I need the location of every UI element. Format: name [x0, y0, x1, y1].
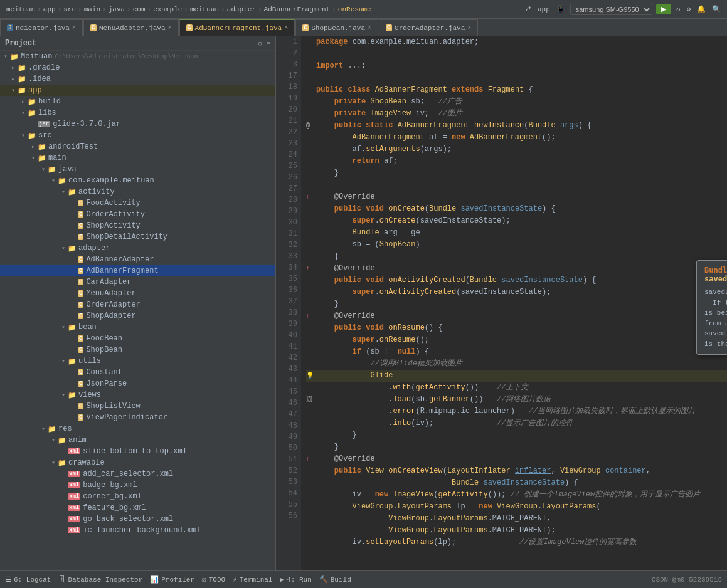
- sidebar-item-src[interactable]: ▾ 📁 src: [0, 130, 275, 141]
- tab-icon-shopbean: C: [302, 24, 309, 31]
- sidebar-item-caradapter[interactable]: C CarAdapter: [0, 276, 275, 288]
- sidebar-item-iclauncher[interactable]: xml ic_launcher_background.xml: [0, 525, 275, 536]
- sidebar-item-constant[interactable]: C Constant: [0, 367, 275, 378]
- notification-icon[interactable]: 🔔: [697, 5, 706, 13]
- sidebar-item-res[interactable]: ▾ 📁 res: [0, 423, 275, 434]
- sidebar-item-adapter[interactable]: ▾ 📁 adapter: [0, 243, 275, 254]
- tab-indicator[interactable]: J ndicator.java ×: [0, 19, 83, 36]
- bottom-build[interactable]: 🔨 Build: [319, 575, 351, 584]
- db-inspector-icon: 🗄: [58, 575, 65, 584]
- tree-root[interactable]: ▾ 📁 Meituan C:\Users\Administrator\Deskt…: [0, 51, 275, 62]
- idea-label: .idea: [28, 75, 51, 83]
- shopactivity-label: ShopActivity: [86, 221, 140, 230]
- sidebar-item-goback[interactable]: xml go_back_selector.xml: [0, 513, 275, 525]
- crumb-main[interactable]: main: [84, 6, 100, 13]
- crumb-meituan2[interactable]: meituan: [190, 6, 219, 13]
- sidebar-item-bean[interactable]: ▾ 📁 bean: [0, 322, 275, 333]
- bottom-terminal[interactable]: ⚡ Terminal: [233, 575, 272, 584]
- sidebar-item-androidtest[interactable]: ▸ 📁 androidTest: [0, 141, 275, 152]
- sidebar-item-java[interactable]: ▾ 📁 java: [0, 164, 275, 175]
- bottom-run[interactable]: ▶ 4: Run: [280, 575, 312, 584]
- sidebar-item-adbanner-adapter[interactable]: C AdBannerAdapter: [0, 254, 275, 265]
- sidebar-item-badgebg[interactable]: xml badge_bg.xml: [0, 480, 275, 491]
- sidebar-item-adbannerfragment[interactable]: C AdBannerFragment: [0, 265, 275, 276]
- crumb-app[interactable]: app: [43, 6, 56, 13]
- device-select[interactable]: samsung SM-G9550: [570, 4, 652, 15]
- sidebar-item-gradle[interactable]: ▸ 📁 .gradle: [0, 62, 275, 73]
- bottom-db-inspector[interactable]: 🗄 Database Inspector: [58, 575, 142, 584]
- sidebar-item-utils[interactable]: ▾ 📁 utils: [0, 355, 275, 367]
- code-area[interactable]: 1 2 3 17 18 19 20 21 22 23 24 25 26 27 2…: [276, 36, 727, 570]
- tab-icon-menuadapter: C: [90, 24, 97, 31]
- ln-48: 48: [276, 420, 301, 431]
- res-folder-icon: 📁: [48, 425, 56, 433]
- todo-icon: ☑: [202, 575, 206, 584]
- activity-folder-icon: 📁: [68, 188, 77, 196]
- crumb-src[interactable]: src: [63, 6, 76, 13]
- sidebar-item-shopbean[interactable]: C ShopBean: [0, 344, 275, 355]
- sidebar-item-drawable[interactable]: ▾ 📁 drawable: [0, 457, 275, 468]
- crumb-java[interactable]: java: [109, 6, 125, 13]
- bottom-profiler[interactable]: 📊 Profiler: [150, 575, 194, 584]
- sidebar-item-cornerbg[interactable]: xml corner_bg.xml: [0, 491, 275, 502]
- sidebar-item-libs[interactable]: ▾ 📁 libs: [0, 107, 275, 118]
- tab-menuadapter[interactable]: C MenuAdapter.java ×: [83, 19, 179, 36]
- activity-arrow: ▾: [60, 188, 66, 196]
- sidebar-item-viewpagerindicator[interactable]: C ViewPagerIndicator: [0, 412, 275, 423]
- crumb-onresume[interactable]: onResume: [338, 6, 371, 13]
- ln-3: 3: [276, 59, 301, 70]
- gutter-22: [306, 132, 316, 144]
- sidebar-item-menuadapter[interactable]: C MenuAdapter: [0, 288, 275, 299]
- run-button[interactable]: ▶: [656, 4, 671, 14]
- sidebar-item-glide[interactable]: jar glide-3.7.0.jar: [0, 118, 275, 130]
- sidebar-item-shopdetailactivity[interactable]: C ShopDetailActivity: [0, 231, 275, 243]
- sync-icon[interactable]: ↻: [676, 5, 681, 13]
- sidebar-item-foodbean[interactable]: C FoodBean: [0, 333, 275, 344]
- sidebar-item-shopadapter[interactable]: C ShopAdapter: [0, 310, 275, 322]
- code-line-1: package com.example.meituan.adapter;: [306, 36, 727, 48]
- bottom-todo[interactable]: ☑ TODO: [202, 575, 225, 584]
- crumb-adbanner[interactable]: AdBannerFragment: [264, 6, 331, 13]
- tab-label-indicator: ndicator.java: [16, 24, 70, 32]
- sidebar-item-orderactivity[interactable]: C OrderActivity: [0, 209, 275, 220]
- sidebar-item-com[interactable]: ▾ 📁 com.example.meituan: [0, 175, 275, 186]
- crumb-adapter[interactable]: adapter: [227, 6, 256, 13]
- java-label: java: [58, 165, 77, 174]
- sidebar-item-main[interactable]: ▾ 📁 main: [0, 152, 275, 164]
- code-line-46: .into(iv); //显示广告图片的控件: [306, 417, 727, 429]
- sidebar-item-jsonparse[interactable]: C JsonParse: [0, 378, 275, 389]
- crumb-example[interactable]: example: [153, 6, 182, 13]
- caradapter-icon: C: [78, 279, 83, 285]
- sidebar-item-shoplistview[interactable]: C ShopListView: [0, 401, 275, 412]
- tab-close-menuadapter[interactable]: ×: [168, 24, 172, 31]
- tab-close-adbannerfragment[interactable]: ×: [284, 24, 288, 31]
- sidebar-item-views[interactable]: ▾ 📁 views: [0, 389, 275, 401]
- sidebar-item-build[interactable]: ▸ 📁 build: [0, 96, 275, 107]
- sidebar-item-featurebg[interactable]: xml feature_bg.xml: [0, 502, 275, 513]
- bottom-logcat[interactable]: ☰ 6: Logcat: [5, 575, 51, 584]
- crumb-meituan[interactable]: meituan: [6, 6, 35, 13]
- sidebar-item-app[interactable]: ▾ 📁 app: [0, 85, 275, 96]
- sidebar-item-activity[interactable]: ▾ 📁 activity: [0, 186, 275, 197]
- tab-shopbean[interactable]: C ShopBean.java ×: [295, 19, 378, 36]
- crumb-com[interactable]: com: [133, 6, 146, 13]
- bottom-bar: ☰ 6: Logcat 🗄 Database Inspector 📊 Profi…: [0, 570, 727, 588]
- gutter-29: [306, 216, 316, 227]
- sidebar-item-orderadapter[interactable]: C OrderAdapter: [0, 299, 275, 310]
- tab-close-indicator[interactable]: ×: [72, 24, 76, 31]
- gradle-folder-icon: 📁: [18, 64, 26, 72]
- sidebar-item-foodactivity[interactable]: C FoodActivity: [0, 197, 275, 209]
- sidebar-item-addcar[interactable]: xml add_car_selector.xml: [0, 468, 275, 480]
- search-icon[interactable]: 🔍: [712, 5, 721, 13]
- tab-close-shopbean[interactable]: ×: [368, 24, 371, 31]
- tab-orderadapter[interactable]: C OrderAdapter.java ×: [379, 19, 478, 36]
- sidebar-item-shopactivity[interactable]: C ShopActivity: [0, 220, 275, 231]
- sidebar-item-anim[interactable]: ▾ 📁 anim: [0, 434, 275, 446]
- badgebg-xml-icon: xml: [68, 482, 80, 488]
- tab-adbannerfragment[interactable]: C AdBannerFragment.java ×: [179, 19, 295, 36]
- ln-32: 32: [276, 239, 301, 251]
- settings-icon[interactable]: ⚙: [686, 5, 691, 13]
- sidebar-item-idea[interactable]: ▸ 📁 .idea: [0, 73, 275, 85]
- tab-close-orderadapter[interactable]: ×: [467, 24, 471, 31]
- sidebar-item-slide[interactable]: xml slide_bottom_to_top.xml: [0, 446, 275, 457]
